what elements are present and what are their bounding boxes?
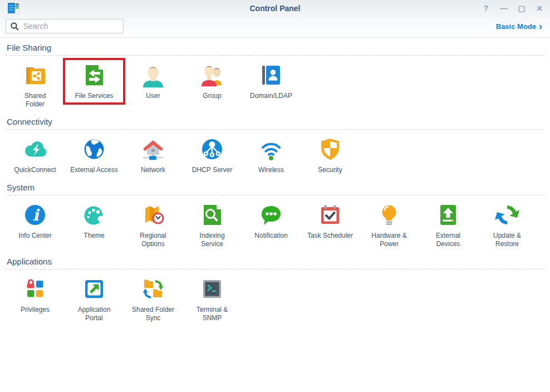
control-panel-app-icon <box>7 2 20 15</box>
item-label: Terminal & SNMP <box>183 306 242 322</box>
privileges-icon <box>22 276 48 302</box>
item-external-devices[interactable]: External Devices <box>419 199 478 251</box>
theme-icon <box>81 202 107 228</box>
section-applications: ApplicationsPrivilegesApplication Portal… <box>6 252 544 326</box>
group-icon <box>199 62 225 89</box>
help-button[interactable]: ? <box>482 3 490 14</box>
window-header: Control Panel ? — ▢ ✕ Basic Mode › <box>0 0 550 38</box>
item-terminal-snmp[interactable]: Terminal & SNMP <box>183 273 242 325</box>
item-label: Domain/LDAP <box>242 92 301 100</box>
indexing-service-icon <box>199 202 225 228</box>
application-portal-icon <box>81 276 107 302</box>
item-security[interactable]: Security <box>301 134 360 177</box>
section-item-grid: Shared FolderFile ServicesUserGroupDomai… <box>6 56 544 112</box>
regional-options-icon <box>140 202 166 228</box>
external-access-icon <box>81 136 107 163</box>
item-label: Indexing Service <box>183 232 242 248</box>
item-file-services[interactable]: File Services <box>65 60 124 103</box>
item-indexing-service[interactable]: Indexing Service <box>183 199 242 251</box>
dhcp-server-icon <box>199 136 225 163</box>
item-label: External Access <box>65 166 124 174</box>
item-domain-ldap[interactable]: Domain/LDAP <box>242 60 301 103</box>
item-label: Info Center <box>6 232 65 240</box>
item-label: Regional Options <box>124 232 183 248</box>
item-label: Shared Folder <box>6 92 65 109</box>
info-center-icon: i <box>22 202 48 228</box>
item-shared-folder[interactable]: Shared Folder <box>6 60 65 111</box>
item-label: Application Portal <box>65 306 124 322</box>
terminal-snmp-icon <box>199 276 225 302</box>
hardware-power-icon <box>376 202 402 228</box>
control-panel-sections: File SharingShared FolderFile ServicesUs… <box>0 38 550 326</box>
item-label: Group <box>183 92 242 100</box>
chevron-right-icon: › <box>539 23 542 30</box>
item-label: External Devices <box>419 232 478 248</box>
item-label: Shared Folder Sync <box>124 306 183 322</box>
window-title: Control Panel <box>0 4 550 13</box>
minimize-button[interactable]: — <box>500 3 508 14</box>
item-application-portal[interactable]: Application Portal <box>65 273 124 325</box>
item-privileges[interactable]: Privileges <box>6 273 65 317</box>
section-file-sharing: File SharingShared FolderFile ServicesUs… <box>6 38 544 112</box>
wireless-icon <box>258 136 284 163</box>
section-header-file-sharing: File Sharing <box>6 38 544 55</box>
task-scheduler-icon <box>317 202 343 228</box>
item-hardware-power[interactable]: Hardware & Power <box>360 199 419 251</box>
basic-mode-link[interactable]: Basic Mode › <box>496 22 542 31</box>
item-user[interactable]: User <box>124 60 183 103</box>
shared-folder-sync-icon <box>140 276 166 302</box>
item-label: Task Scheduler <box>301 232 360 240</box>
close-button[interactable]: ✕ <box>536 3 543 14</box>
item-label: Privileges <box>6 306 65 314</box>
notification-icon <box>258 202 284 228</box>
item-network[interactable]: Network <box>124 134 183 177</box>
item-shared-folder-sync[interactable]: Shared Folder Sync <box>124 273 183 325</box>
item-theme[interactable]: Theme <box>65 199 124 243</box>
window-controls: ? — ▢ ✕ <box>482 3 543 14</box>
item-label: Hardware & Power <box>360 232 419 248</box>
item-label: QuickConnect <box>6 166 65 174</box>
network-icon <box>140 136 166 163</box>
titlebar: Control Panel ? — ▢ ✕ <box>0 0 550 17</box>
item-label: Wireless <box>242 166 301 174</box>
item-notification[interactable]: Notification <box>242 199 301 243</box>
item-info-center[interactable]: iInfo Center <box>6 199 65 243</box>
section-connectivity: ConnectivityQuickConnectExternal AccessN… <box>6 112 544 178</box>
item-label: User <box>124 92 183 100</box>
section-item-grid: iInfo CenterThemeRegional OptionsIndexin… <box>6 195 544 252</box>
item-quickconnect[interactable]: QuickConnect <box>6 134 65 177</box>
item-label: File Services <box>65 92 124 100</box>
item-label: Theme <box>65 232 124 240</box>
item-wireless[interactable]: Wireless <box>242 134 301 177</box>
section-system: SystemiInfo CenterThemeRegional OptionsI… <box>6 178 544 252</box>
file-services-icon <box>81 62 107 89</box>
item-task-scheduler[interactable]: Task Scheduler <box>301 199 360 243</box>
item-regional-options[interactable]: Regional Options <box>124 199 183 251</box>
item-dhcp-server[interactable]: DHCP Server <box>183 134 242 177</box>
section-header-connectivity: Connectivity <box>6 112 544 129</box>
shared-folder-icon <box>22 62 48 89</box>
item-label: Notification <box>242 232 301 240</box>
item-update-restore[interactable]: Update & Restore <box>478 199 537 251</box>
search-box[interactable] <box>6 19 124 33</box>
search-input[interactable] <box>22 21 119 31</box>
section-item-grid: PrivilegesApplication PortalShared Folde… <box>6 270 544 326</box>
toolbar: Basic Mode › <box>0 17 550 37</box>
maximize-button[interactable]: ▢ <box>518 3 526 14</box>
item-group[interactable]: Group <box>183 60 242 103</box>
security-icon <box>317 136 343 163</box>
item-label: Network <box>124 166 183 174</box>
quickconnect-icon <box>22 136 48 163</box>
item-label: Update & Restore <box>478 232 537 248</box>
control-panel-window: Control Panel ? — ▢ ✕ Basic Mode › File … <box>0 0 550 326</box>
section-item-grid: QuickConnectExternal AccessNetworkDHCP S… <box>6 130 544 178</box>
section-header-applications: Applications <box>6 252 544 269</box>
basic-mode-label: Basic Mode <box>496 22 536 31</box>
external-devices-icon <box>435 202 461 228</box>
item-label: Security <box>301 166 360 174</box>
section-header-system: System <box>6 178 544 195</box>
domain-ldap-icon <box>258 62 284 89</box>
search-icon <box>10 22 19 31</box>
user-icon <box>140 62 166 89</box>
item-external-access[interactable]: External Access <box>65 134 124 177</box>
